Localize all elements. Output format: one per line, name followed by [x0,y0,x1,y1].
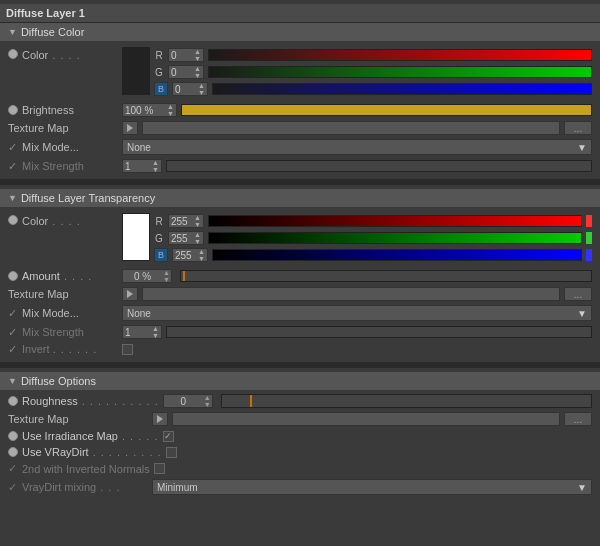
b-input[interactable]: 0 ▲▼ [172,82,208,96]
texture-bar-diffuse[interactable] [142,121,560,135]
play-icon-diffuse [127,124,133,132]
texture-play-trans[interactable] [122,287,138,301]
diffuse-color-label: Diffuse Color [21,26,84,38]
mix-mode-diffuse-dropdown[interactable]: None ▼ [122,139,592,155]
roughness-row: Roughness . . . . . . . . . . 0 ▲▼ [0,392,600,410]
vraydirt-mixing-row: ✓ VrayDirt mixing . . . Minimum ▼ [0,477,600,497]
brightness-input[interactable]: 100 % ▲▼ [122,103,177,117]
b-row: B 0 ▲▼ [154,81,592,97]
trans-g-input[interactable]: 255 ▲▼ [168,231,204,245]
texture-map-diffuse-label: Texture Map [8,122,118,134]
g-input[interactable]: 0 ▲▼ [168,65,204,79]
brightness-radio[interactable] [8,105,18,115]
mix-strength-trans-slider[interactable] [166,326,592,338]
mix-strength-diffuse-row: ✓ Mix Strength 1 ▲▼ [0,157,600,175]
vraydirt-mixing-dropdown[interactable]: Minimum ▼ [152,479,592,495]
texture-map-options-row: Texture Map ... [0,410,600,428]
rgb-block-transparency: R 255 ▲▼ G 255 ▲▼ [154,213,592,263]
color-swatch-diffuse[interactable] [122,47,150,95]
texture-dots-diffuse[interactable]: ... [564,121,592,135]
texture-map-options-label: Texture Map [8,413,148,425]
mix-strength-diffuse-input[interactable]: 1 ▲▼ [122,159,162,173]
vraydirt-radio[interactable] [8,447,18,457]
diffuse-options-label: Diffuse Options [21,375,96,387]
divider-2 [0,362,600,368]
roughness-indicator [250,395,252,407]
trans-b-bar[interactable] [212,249,582,261]
b-bar[interactable] [212,83,592,95]
g-bar[interactable] [208,66,592,78]
texture-play-options[interactable] [152,412,168,426]
invert-label: Invert [22,343,50,355]
texture-bar-trans[interactable] [142,287,560,301]
trans-g-row: G 255 ▲▼ [154,230,592,246]
amount-input[interactable]: 0 % ▲▼ [122,269,172,283]
texture-dots-trans[interactable]: ... [564,287,592,301]
mix-mode-diffuse-label: Mix Mode... [22,141,79,153]
mix-mode-trans-row: ✓ Mix Mode... None ▼ [0,303,600,323]
diffuse-color-row: Color . . . . R 0 ▲▼ G [0,43,600,101]
texture-map-trans-row: Texture Map ... [0,285,600,303]
brightness-label-text: Brightness [22,104,74,116]
trans-r-thumb [586,215,592,227]
texture-dots-options[interactable]: ... [564,412,592,426]
r-spin-arrows[interactable]: ▲▼ [194,48,201,62]
color-swatch-transparency[interactable] [122,213,150,261]
collapse-arrow-diffuse-color: ▼ [8,27,17,37]
trans-color-radio[interactable] [8,215,18,225]
irradiance-checkbox[interactable] [163,431,174,442]
roughness-slider[interactable] [221,394,592,408]
rgb-block-diffuse: R 0 ▲▼ G 0 ▲▼ [154,47,592,97]
divider-1 [0,179,600,185]
trans-r-row: R 255 ▲▼ [154,213,592,229]
mix-mode-trans-dropdown[interactable]: None ▼ [122,305,592,321]
diffuse-color-header[interactable]: ▼ Diffuse Color [0,23,600,41]
invert-checkbox[interactable] [122,344,133,355]
brightness-row: Brightness 100 % ▲▼ [0,101,600,119]
trans-g-bar[interactable] [208,232,582,244]
color-radio[interactable] [8,49,18,59]
mix-strength-diffuse-slider[interactable] [166,160,592,172]
collapse-arrow-options: ▼ [8,376,17,386]
play-icon-trans [127,290,133,298]
texture-play-diffuse[interactable] [122,121,138,135]
amount-row: Amount . . . . 0 % ▲▼ [0,267,600,285]
mix-strength-diffuse-label: Mix Strength [22,160,84,172]
brightness-slider[interactable] [181,104,592,116]
diffuse-options-header[interactable]: ▼ Diffuse Options [0,372,600,390]
transparency-color-row: Color . . . . R 255 ▲▼ G 255 [0,209,600,267]
r-input[interactable]: 0 ▲▼ [168,48,204,62]
inverted-normals-checkbox[interactable] [154,463,165,474]
brightness-spin[interactable]: ▲▼ [167,103,174,117]
inverted-normals-label: 2nd with Inverted Normals [22,463,150,475]
g-spin-arrows[interactable]: ▲▼ [194,65,201,79]
vraydirt-row: Use VRayDirt . . . . . . . . . [0,444,600,460]
mix-strength-trans-input[interactable]: 1 ▲▼ [122,325,162,339]
amount-slider[interactable] [180,270,592,282]
irradiance-radio[interactable] [8,431,18,441]
inverted-normals-row: ✓ 2nd with Inverted Normals [0,460,600,477]
r-bar[interactable] [208,49,592,61]
trans-g-thumb [586,232,592,244]
irradiance-row: Use Irradiance Map . . . . . [0,428,600,444]
amount-radio[interactable] [8,271,18,281]
panel-title-text: Diffuse Layer 1 [6,7,85,19]
trans-b-thumb [586,249,592,261]
mix-mode-trans-label: Mix Mode... [22,307,79,319]
trans-b-indicator: B [154,248,168,262]
texture-bar-options[interactable] [172,412,560,426]
amount-label: Amount [22,270,60,282]
diffuse-transparency-header[interactable]: ▼ Diffuse Layer Transparency [0,189,600,207]
roughness-input[interactable]: 0 ▲▼ [163,394,213,408]
roughness-label: Roughness [22,395,78,407]
vraydirt-mixing-label: VrayDirt mixing [22,481,96,493]
vraydirt-checkbox[interactable] [166,447,177,458]
g-row: G 0 ▲▼ [154,64,592,80]
diffuse-transparency-label: Diffuse Layer Transparency [21,192,155,204]
trans-r-input[interactable]: 255 ▲▼ [168,214,204,228]
mix-strength-trans-row: ✓ Mix Strength 1 ▲▼ [0,323,600,341]
trans-r-bar[interactable] [208,215,582,227]
roughness-radio[interactable] [8,396,18,406]
b-spin-arrows[interactable]: ▲▼ [198,82,205,96]
trans-b-input[interactable]: 255 ▲▼ [172,248,208,262]
